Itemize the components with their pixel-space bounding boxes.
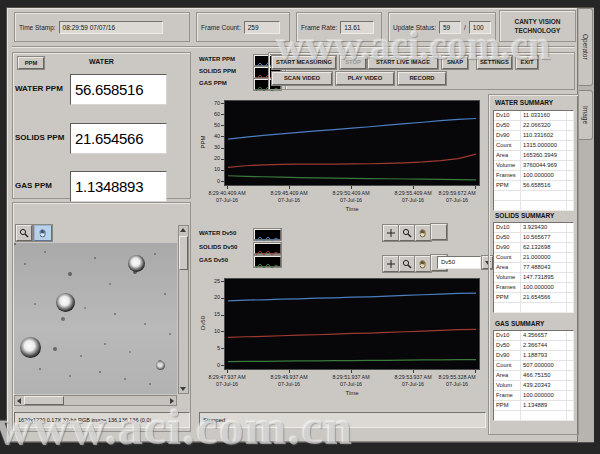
x-tick-line: 8:29:47.937 AM <box>200 374 254 381</box>
palette-spacer <box>431 224 447 240</box>
button-record[interactable]: RECORD <box>398 72 446 85</box>
cross-tool-button[interactable] <box>383 256 399 272</box>
x-tick-line: 07-Jul-16 <box>324 381 378 388</box>
image-vertical-scrollbar[interactable] <box>178 225 189 394</box>
button-start-measuring[interactable]: START MEASURING <box>272 56 336 69</box>
summary-key: Dv10 <box>494 223 521 232</box>
summary-row: PPM21.654566 <box>494 293 573 303</box>
y-tick-mark <box>221 365 224 366</box>
button-exit[interactable]: EXIT <box>516 56 538 69</box>
summary-key: Count <box>494 361 521 370</box>
summary-key <box>494 303 521 312</box>
pan-tool-button[interactable] <box>34 225 52 241</box>
plot-select-dropdown[interactable]: Dv50 <box>437 256 481 269</box>
x-tick-mark <box>351 186 352 189</box>
summary-spacer <box>566 351 573 360</box>
summary-row: Frame100.000000 <box>494 391 573 401</box>
microscope-image[interactable] <box>14 243 177 394</box>
vertical-scroll-thumb[interactable] <box>179 236 188 270</box>
magnifier-icon <box>402 224 412 242</box>
y-tick-label: 25 <box>196 278 220 284</box>
summary-row: Volume3760044.969 <box>494 161 573 171</box>
y-tick-mark <box>221 181 224 182</box>
gas-ppm-label: GAS PPM <box>15 181 52 190</box>
bubble <box>20 337 41 358</box>
scroll-right-arrow-icon[interactable] <box>170 398 174 404</box>
hand-tool-button[interactable] <box>415 256 431 272</box>
scroll-up-arrow-icon[interactable] <box>180 228 186 232</box>
tab-operator-label: Operator <box>582 34 589 60</box>
y-tick-label: 10 <box>196 166 220 172</box>
summary-key: Dv90 <box>494 351 521 360</box>
button-settings[interactable]: SETTINGS <box>477 56 512 69</box>
summary-value: 11.033160 <box>521 111 566 120</box>
summary-row: Volum439.20343 <box>494 381 573 391</box>
magnifier-tool-button[interactable] <box>399 256 415 272</box>
magnifier-tool-button[interactable] <box>399 225 415 241</box>
summary-key: PPM <box>494 293 521 302</box>
summary-key: Area <box>494 263 521 272</box>
cross-tool-button[interactable] <box>383 225 399 241</box>
summary-spacer <box>566 141 573 150</box>
x-tick-line: 8:29:49.937 AM <box>262 374 316 381</box>
y-axis-title: Dv50 <box>200 303 206 343</box>
summary-row: Dv104.356657 <box>494 331 573 341</box>
water-ppm-value: 56.658516 <box>70 74 167 105</box>
summary-spacer <box>566 243 573 252</box>
x-axis-title: Time <box>224 206 480 212</box>
x-tick-mark <box>413 370 414 373</box>
button-snap[interactable]: SNAP <box>442 56 468 69</box>
x-tick-line: 07-Jul-16 <box>324 197 378 204</box>
x-tick-line: 8:29:51.937 AM <box>324 374 378 381</box>
image-status-bar: 1620x1220 0.17X 32-bit RGB image 136,136… <box>14 412 190 428</box>
summary-spacer <box>566 151 573 160</box>
summary-value: 10.565677 <box>521 233 566 242</box>
button-scan-video[interactable]: SCAN VIDEO <box>272 72 332 85</box>
y-tick-mark <box>221 315 224 316</box>
hand-icon <box>418 255 428 273</box>
scroll-down-arrow-icon[interactable] <box>180 387 186 391</box>
summary-key: Dv90 <box>494 131 521 140</box>
summary-value: 466.75150 <box>521 371 566 380</box>
summary-key: Dv50 <box>494 341 521 350</box>
solids-summary-table: Dv103.929430Dv5010.565677Dv9062.132698Co… <box>493 222 574 313</box>
y-tick-mark <box>221 170 224 171</box>
summary-row: Dv5022.066320 <box>494 121 573 131</box>
button-stop[interactable]: STOP <box>340 56 366 69</box>
bubble <box>56 293 75 312</box>
y-axis-title: PPM <box>200 122 206 162</box>
scroll-left-arrow-icon[interactable] <box>17 398 21 404</box>
legend-item: WATER Dv50 <box>197 229 281 243</box>
tab-operator[interactable]: Operator <box>578 8 593 86</box>
solids-ppm-value: 21.654566 <box>70 123 167 154</box>
summary-value: 21.000000 <box>521 253 566 262</box>
y-tick-mark <box>221 125 224 126</box>
summary-spacer <box>566 331 573 340</box>
summary-row: Dv5010.565677 <box>494 233 573 243</box>
image-horizontal-scrollbar[interactable] <box>14 395 177 406</box>
x-tick-label: 8:29:45.409 AM07-Jul-16 <box>262 190 316 203</box>
ppm-graph-palette <box>383 224 447 242</box>
chart-plot-ppm[interactable] <box>224 100 480 186</box>
summary-row: Dv9062.132698 <box>494 243 573 253</box>
summary-spacer <box>566 401 573 410</box>
summary-spacer <box>566 161 573 170</box>
summary-spacer <box>566 253 573 262</box>
summary-key: Frames <box>494 283 521 292</box>
legend-item: GAS Dv50 <box>197 256 281 270</box>
button-play-video[interactable]: PLAY VIDEO <box>336 72 394 85</box>
zoom-tool-button[interactable] <box>16 225 32 241</box>
horizontal-scroll-thumb[interactable] <box>24 396 64 405</box>
summary-spacer <box>566 263 573 272</box>
summary-row <box>494 411 573 421</box>
frame-count-field: 259 <box>244 21 280 34</box>
x-tick-mark <box>227 186 228 189</box>
hand-tool-button[interactable] <box>415 225 431 241</box>
summary-key: Frame <box>494 391 521 400</box>
button-start-live-image[interactable]: START LIVE IMAGE <box>368 56 438 69</box>
summary-row <box>494 201 573 211</box>
chart-plot-dv50[interactable] <box>224 278 480 370</box>
tab-image[interactable]: Image <box>578 90 593 140</box>
hand-icon <box>38 224 48 242</box>
summary-value <box>521 201 566 210</box>
